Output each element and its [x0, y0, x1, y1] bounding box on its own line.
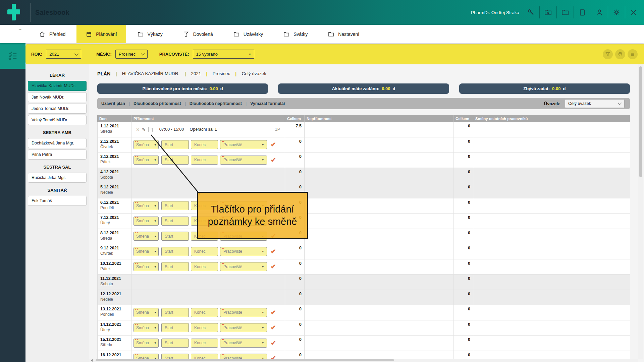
sidebar-item-staff[interactable]: Ručička Jirka Mgr.	[28, 173, 87, 183]
sidebar-item-staff[interactable]: Hlavička Kazimír MUDr.	[28, 81, 87, 91]
shift-type-select[interactable]: Směna▾	[133, 339, 159, 348]
workplace-select[interactable]: Pracoviště▾	[220, 156, 267, 165]
end-time-input[interactable]: Konec	[191, 156, 218, 165]
folder-new-icon[interactable]: N	[543, 7, 553, 17]
sidebar-item-staff[interactable]: Jan Novák MUDr.	[28, 92, 87, 102]
toolbar-action-2[interactable]: Dlouhodobá přítomnost	[133, 101, 181, 106]
shift-type-select[interactable]: Směna▾	[133, 156, 159, 165]
start-time-input[interactable]: Start	[161, 323, 189, 332]
checklist-icon[interactable]	[0, 43, 25, 69]
summary-pills: Plán dovolené pro tento měsíc:0.00dAktuá…	[97, 83, 630, 94]
sidebar-item-staff[interactable]: Fuk Tomáš	[28, 196, 87, 206]
shift-type-select[interactable]: Směna▾	[133, 140, 159, 149]
workplace-select[interactable]: Pracoviště▾	[220, 308, 267, 317]
header-separator	[539, 6, 540, 18]
start-time-input[interactable]: Start	[161, 232, 189, 241]
end-time-input[interactable]: Konec	[191, 323, 218, 332]
weekday-label: Úterý	[100, 327, 128, 332]
end-time-input[interactable]: Konec	[191, 247, 218, 256]
start-time-input[interactable]: Start	[161, 156, 189, 165]
confirm-shift-button[interactable]: ✔	[271, 263, 276, 270]
tab-nastaveni[interactable]: Nastavení	[319, 25, 368, 43]
sidebar-item-staff[interactable]: Docházková Jana Mgr.	[28, 138, 87, 148]
confirm-shift-button[interactable]: ✔	[271, 324, 276, 331]
date-label: 5.12.2021	[100, 185, 128, 189]
confirm-shift-button[interactable]: ✔	[271, 309, 276, 316]
start-time-input[interactable]: Start	[161, 201, 189, 210]
confirm-shift-button[interactable]: ✔	[271, 340, 276, 346]
vertical-scrollbar[interactable]	[638, 64, 643, 359]
toolbar-action-4[interactable]: Vymazat formulář	[250, 101, 285, 106]
start-time-input[interactable]: Start	[161, 308, 189, 317]
remove-shift-icon[interactable]: ×	[136, 127, 140, 132]
shift-type-select[interactable]: Směna▾	[133, 201, 159, 210]
start-time-input[interactable]: Start	[161, 339, 189, 348]
annotation-callout: Tlačítko pro přidání poznámky ke směně	[197, 192, 308, 239]
absence-cell	[305, 229, 453, 244]
sidebar-item-staff[interactable]: Jedno Tomáš MUDr.	[28, 104, 87, 114]
horizontal-scrollbar-thumb[interactable]	[96, 359, 394, 361]
weekday-label: Pondělí	[100, 205, 128, 210]
start-time-input[interactable]: Start	[161, 247, 189, 256]
day-cell: 3.12.2021Pátek	[97, 153, 131, 168]
uvazek-select[interactable]: Celý úvazek	[565, 99, 625, 108]
end-time-input[interactable]: Konec	[191, 140, 218, 149]
day-cell: 8.12.2021Středa	[97, 229, 131, 244]
confirm-shift-button[interactable]: ✔	[271, 248, 276, 255]
toolbar-action-1[interactable]: Uzavřít plán	[101, 101, 125, 106]
close-icon[interactable]	[629, 7, 639, 17]
confirm-shift-button[interactable]: ✔	[271, 157, 276, 163]
workplace-select[interactable]: Pracoviště▾	[220, 140, 267, 149]
home-icon	[39, 31, 46, 38]
workplace-select[interactable]: Pracoviště▾	[220, 262, 267, 271]
tab-uzaverky[interactable]: Uzávěrky	[224, 25, 272, 43]
add-note-icon[interactable]	[148, 127, 153, 132]
chevron-down-icon: ▾	[154, 326, 156, 329]
sidebar-item-staff[interactable]: Pilná Petra	[28, 149, 87, 160]
end-time-input[interactable]: Konec	[191, 308, 218, 317]
start-time-input[interactable]: Start	[161, 140, 189, 149]
end-time-input[interactable]: Konec	[191, 262, 218, 271]
absence-cell	[305, 259, 453, 275]
start-time-input[interactable]: Start	[161, 217, 189, 226]
tab-dovolena[interactable]: Dovolená	[174, 25, 222, 43]
workplace-select[interactable]: Pracoviště▾	[220, 339, 267, 348]
start-time-input[interactable]: Start	[161, 262, 189, 271]
gear-icon[interactable]	[611, 7, 622, 17]
toolbar-action-3[interactable]: Dlouhodobá nepřítomnost	[190, 101, 242, 106]
month-select[interactable]: Prosinec	[115, 50, 148, 59]
year-select[interactable]: 2021	[46, 50, 81, 59]
folder-icon[interactable]	[560, 7, 570, 17]
key-icon[interactable]	[526, 7, 536, 17]
vertical-scrollbar-thumb[interactable]	[639, 66, 642, 177]
shift-type-select[interactable]: Směna▾	[133, 217, 159, 226]
horizontal-scrollbar[interactable]	[89, 359, 638, 362]
shift-type-select[interactable]: Směna▾	[133, 262, 159, 271]
end-time-input[interactable]: Konec	[191, 339, 218, 348]
presence-cell: Směna▾StartKonecPracoviště▾✔	[131, 244, 285, 259]
collapse-arrow-icon[interactable]: →	[18, 26, 22, 31]
tab-svatky[interactable]: Svátky	[274, 25, 317, 43]
shift-type-select[interactable]: Směna▾	[133, 323, 159, 332]
user-icon[interactable]	[594, 7, 604, 17]
scroll-left-arrow[interactable]	[91, 359, 93, 362]
edit-shift-icon[interactable]: ✎	[142, 127, 146, 132]
workplace-select[interactable]: Pracoviště▾	[220, 247, 267, 256]
sidebar-item-staff[interactable]: Volný Tomáš MUDr.	[28, 115, 87, 125]
filter-button[interactable]	[603, 49, 613, 59]
shift-type-select[interactable]: Směna▾	[133, 247, 159, 256]
tab-prehled[interactable]: Přehled	[30, 25, 74, 43]
tab-planovani[interactable]: Plánování	[76, 25, 126, 43]
sidebar-section-title: SESTRA SAL	[25, 165, 89, 170]
others-shifts-cell	[473, 229, 630, 244]
toolbar-separator: |	[185, 101, 186, 106]
confirm-shift-button[interactable]: ✔	[271, 141, 276, 148]
window-icon[interactable]	[577, 7, 587, 17]
print-button[interactable]	[615, 49, 625, 59]
workplace-filter-select[interactable]: 15 vybráno▾	[193, 50, 254, 59]
workplace-select[interactable]: Pracoviště▾	[220, 323, 267, 332]
shift-type-select[interactable]: Směna▾	[133, 232, 159, 241]
menu-button[interactable]	[628, 49, 638, 59]
shift-type-select[interactable]: Směna▾	[133, 308, 159, 317]
tab-vykazy[interactable]: Výkazy	[128, 25, 172, 43]
